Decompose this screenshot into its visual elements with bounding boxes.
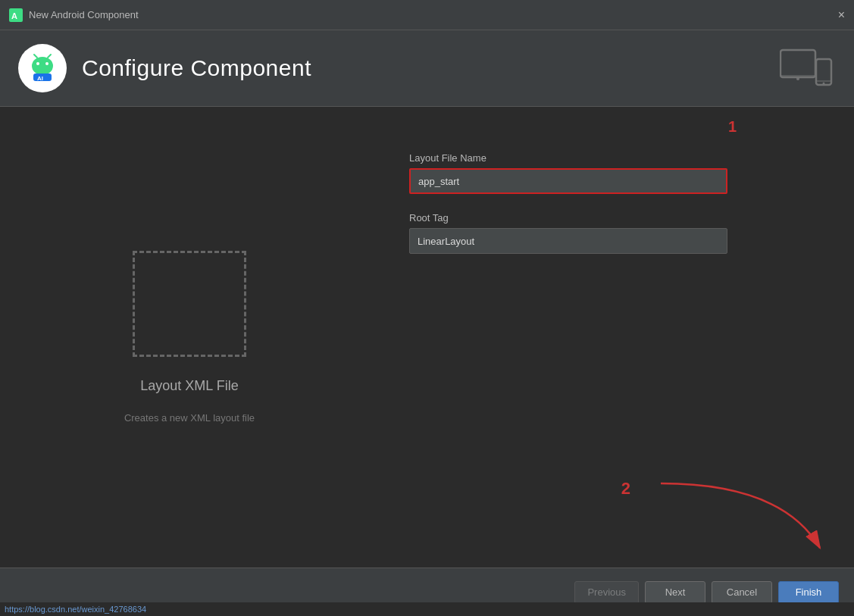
window-title: New Android Component [29,9,139,20]
logo-circle: AI [18,44,67,92]
close-button[interactable]: × [838,9,845,21]
annotation-2: 2 [621,479,630,498]
left-panel: Layout XML File Creates a new XML layout… [0,107,379,567]
title-bar: A New Android Component × [0,0,854,30]
finish-button[interactable]: Finish [778,581,839,604]
previous-button[interactable]: Previous [574,581,639,604]
right-panel: 1 Layout File Name Root Tag [379,107,854,567]
svg-text:AI: AI [37,75,43,82]
cancel-button[interactable]: Cancel [712,581,772,604]
dialog-header: AI Configure Component [0,30,854,107]
dialog-title: Configure Component [82,55,311,81]
svg-text:A: A [11,11,17,20]
android-studio-logo: AI [23,49,61,87]
root-tag-group: Root Tag [409,212,824,254]
annotation-1: 1 [728,118,737,136]
preview-description: Creates a new XML layout file [124,412,255,424]
root-tag-label: Root Tag [409,212,824,224]
title-bar-left: A New Android Component [9,8,139,22]
root-tag-input[interactable] [409,228,727,254]
android-studio-icon: A [9,8,23,22]
header-left: AI Configure Component [18,44,311,92]
annotation-2-container: 2 [621,479,630,499]
layout-file-name-input[interactable] [409,168,727,194]
svg-rect-10 [780,50,815,77]
svg-point-12 [796,77,799,80]
layout-preview-box [133,251,246,357]
url-bar: https://blog.csdn.net/weixin_42768634 [0,602,854,616]
main-content: Layout XML File Creates a new XML layout… [0,107,854,567]
url-text: https://blog.csdn.net/weixin_42768634 [5,605,146,614]
svg-point-5 [45,62,48,65]
svg-point-3 [32,57,53,75]
device-icons [780,48,833,89]
next-button[interactable]: Next [645,581,705,604]
layout-file-name-group: Layout File Name [409,152,824,194]
layout-file-name-label: Layout File Name [409,152,824,164]
svg-point-4 [36,62,39,65]
tablet-phone-icon [780,48,833,89]
preview-label: Layout XML File [140,378,238,394]
svg-point-15 [823,82,825,84]
